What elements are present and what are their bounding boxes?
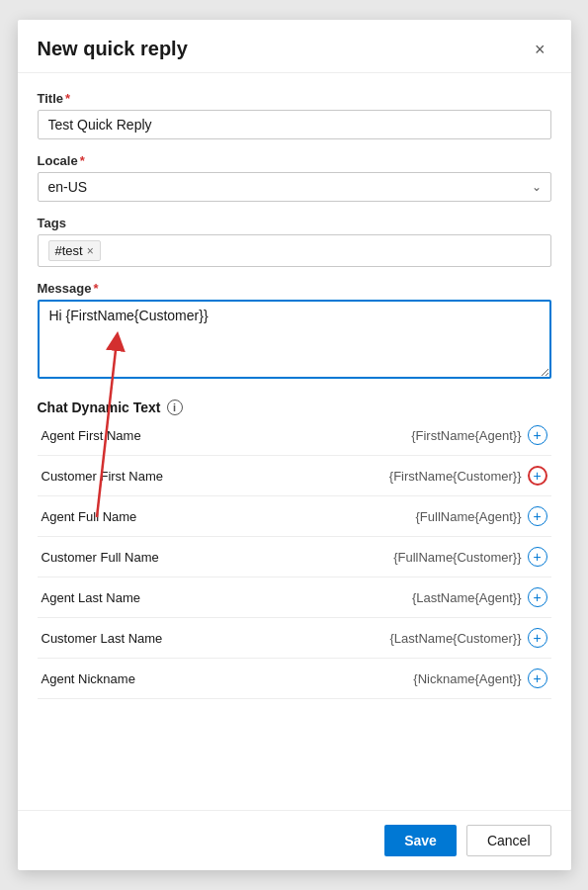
dynamic-item-name: Customer Last Name — [38, 618, 269, 659]
dynamic-item-name: Customer First Name — [38, 456, 269, 496]
add-token-button[interactable]: + — [528, 547, 547, 567]
cancel-button[interactable]: Cancel — [466, 825, 551, 856]
section-title: Chat Dynamic Text i — [38, 400, 551, 415]
dynamic-item-token-cell: {FullName{Agent}}+ — [269, 496, 551, 536]
dynamic-item-token-cell: {LastName{Customer}}+ — [269, 618, 551, 658]
add-token-button[interactable]: + — [528, 425, 547, 445]
dialog-title: New quick reply — [38, 38, 188, 60]
add-token-button[interactable]: + — [528, 628, 547, 648]
locale-field-group: Locale* en-US ⌄ — [38, 153, 551, 202]
tags-input[interactable]: #test × — [38, 234, 551, 267]
dynamic-item-token-cell: {LastName{Agent}}+ — [269, 578, 551, 617]
dynamic-item-name: Agent Nickname — [38, 659, 269, 699]
dynamic-item-token: {LastName{Agent}} — [412, 590, 522, 605]
message-field-group: Message* Hi {FirstName{Customer}} — [38, 281, 551, 382]
dynamic-item-name: Agent Last Name — [38, 578, 269, 618]
dynamic-item-token: {FirstName{Customer}} — [389, 469, 522, 484]
table-row: Customer Last Name{LastName{Customer}}+ — [38, 618, 551, 659]
locale-select-wrapper: en-US ⌄ — [38, 172, 551, 202]
message-textarea[interactable]: Hi {FirstName{Customer}} — [38, 300, 551, 379]
dynamic-item-token: {FirstName{Agent}} — [411, 428, 521, 443]
dialog-body: Title* Locale* en-US ⌄ Tags #test × — [18, 73, 571, 810]
locale-select[interactable]: en-US — [38, 172, 551, 202]
dialog-header: New quick reply × — [18, 20, 571, 73]
dynamic-item-token-cell: {FullName{Customer}}+ — [269, 537, 551, 577]
dialog-footer: Save Cancel — [18, 810, 571, 870]
locale-label: Locale* — [38, 153, 551, 168]
dynamic-item-name: Agent Full Name — [38, 496, 269, 537]
dynamic-text-section: Chat Dynamic Text i Agent First Name{Fir… — [38, 396, 551, 699]
add-token-button[interactable]: + — [528, 587, 547, 607]
tags-label: Tags — [38, 216, 551, 230]
dynamic-table: Agent First Name{FirstName{Agent}}+Custo… — [38, 415, 551, 699]
dynamic-item-token-cell: {FirstName{Customer}}+ — [269, 456, 551, 495]
title-input[interactable] — [38, 110, 551, 139]
title-label: Title* — [38, 91, 551, 106]
dynamic-item-token: {LastName{Customer}} — [390, 631, 522, 646]
dynamic-item-token: {Nickname{Agent}} — [413, 671, 521, 686]
info-icon: i — [167, 400, 183, 415]
dynamic-item-token: {FullName{Customer}} — [393, 550, 521, 565]
table-row: Agent Nickname{Nickname{Agent}}+ — [38, 659, 551, 699]
table-row: Agent Full Name{FullName{Agent}}+ — [38, 496, 551, 537]
tag-remove-button[interactable]: × — [87, 245, 94, 257]
dynamic-item-token-cell: {Nickname{Agent}}+ — [269, 659, 551, 698]
message-label: Message* — [38, 281, 551, 296]
tag-pill: #test × — [48, 240, 101, 261]
add-token-button[interactable]: + — [528, 506, 547, 526]
close-button[interactable]: × — [529, 39, 551, 60]
save-button[interactable]: Save — [384, 825, 457, 856]
new-quick-reply-dialog: New quick reply × Title* Locale* en-US ⌄ — [18, 20, 571, 870]
table-row: Customer Full Name{FullName{Customer}}+ — [38, 537, 551, 578]
table-row: Agent Last Name{LastName{Agent}}+ — [38, 578, 551, 618]
tags-field-group: Tags #test × — [38, 216, 551, 267]
table-row: Customer First Name{FirstName{Customer}}… — [38, 456, 551, 496]
dynamic-item-token: {FullName{Agent}} — [416, 509, 522, 524]
dynamic-item-token-cell: {FirstName{Agent}}+ — [269, 415, 551, 455]
dynamic-item-name: Customer Full Name — [38, 537, 269, 578]
title-field-group: Title* — [38, 91, 551, 139]
add-token-button[interactable]: + — [528, 466, 547, 486]
tag-text: #test — [55, 243, 83, 258]
table-row: Agent First Name{FirstName{Agent}}+ — [38, 415, 551, 456]
add-token-button[interactable]: + — [528, 668, 547, 688]
dynamic-item-name: Agent First Name — [38, 415, 269, 456]
